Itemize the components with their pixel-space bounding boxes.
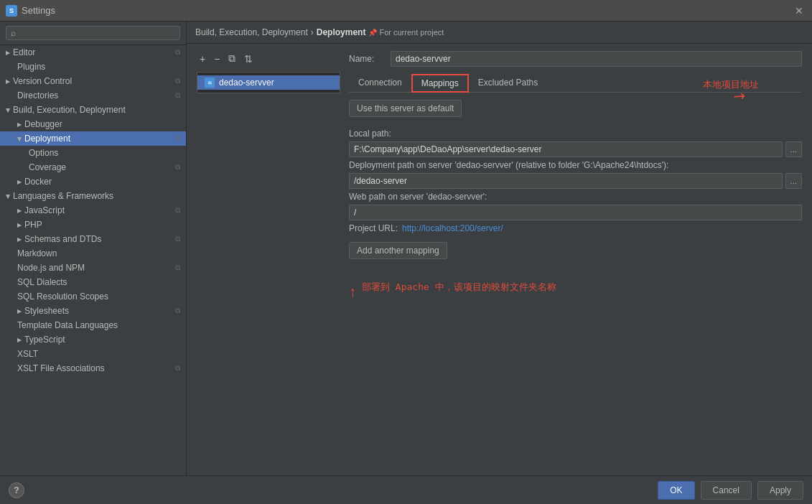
annotation-arrow-2: ↑ [349,284,356,300]
remove-server-button[interactable]: − [211,51,223,66]
deployment-main: + − ⧉ ⇅ ≋ dedao-servver [197,51,802,300]
sidebar-item-coverage[interactable]: Coverage ⧉ [0,160,186,174]
project-url-row: Project URL: http://localhost:200/server… [349,223,802,233]
triangle-icon: ▶ [5,194,11,198]
breadcrumb: Build, Execution, Deployment › Deploymen… [187,22,812,44]
triangle-icon: ▶ [17,308,22,314]
triangle-icon: ▶ [17,236,22,243]
copy-icon: ⧉ [175,263,180,272]
bottom-bar: ? OK Cancel Apply [0,475,812,504]
right-pane: Name: Connection Mappings Excluded Paths… [340,51,802,300]
copy-icon: ⧉ [175,134,180,143]
server-icon: ≋ [205,78,215,88]
sidebar-item-php[interactable]: ▶ PHP [0,218,186,232]
triangle-icon: ▶ [17,207,22,214]
bottom-left: ? [9,482,24,498]
name-label: Name: [349,54,385,64]
copy-icon: ⧉ [175,91,180,100]
tab-mappings[interactable]: Mappings [411,74,469,93]
app-icon: S [6,5,17,17]
sidebar-item-languages-frameworks[interactable]: ▶ Languages & Frameworks [0,189,186,203]
project-url-link[interactable]: http://localhost:200/server/ [402,223,503,233]
content-area: Build, Execution, Deployment › Deploymen… [187,22,812,475]
pin-icon: 📌 [368,29,377,37]
sidebar: ▶ Editor ⧉ Plugins ▶ Version Control ⧉ D… [0,22,187,475]
triangle-icon: ▶ [17,337,22,343]
local-path-label: Local path: [349,129,802,139]
sidebar-item-build-exec-deploy[interactable]: ▶ Build, Execution, Deployment [0,103,186,117]
sidebar-item-template-data-languages[interactable]: Template Data Languages [0,318,186,332]
tabs-row: Connection Mappings Excluded Paths [349,74,802,93]
title-bar: S Settings ✕ [0,0,812,22]
project-url-label: Project URL: [349,223,398,233]
copy-icon: ⧉ [175,235,180,243]
search-input[interactable] [6,26,180,40]
web-path-input[interactable] [349,205,802,220]
sidebar-item-nodejs-npm[interactable]: Node.js and NPM ⧉ [0,261,186,275]
sidebar-item-typescript[interactable]: ▶ TypeScript [0,332,186,347]
sidebar-item-editor[interactable]: ▶ Editor ⧉ [0,45,186,60]
sidebar-item-xslt-file-assoc[interactable]: XSLT File Associations ⧉ [0,361,186,375]
name-input[interactable] [391,51,802,67]
bottom-right: OK Cancel Apply [658,481,803,500]
local-path-browse-button[interactable]: ... [785,141,802,157]
triangle-icon: ▶ [17,222,22,228]
left-pane: + − ⧉ ⇅ ≋ dedao-servver [197,51,340,300]
sidebar-item-docker[interactable]: ▶ Docker [0,174,186,189]
triangle-icon: ▶ [17,179,22,185]
add-server-button[interactable]: + [197,51,208,66]
add-mapping-button[interactable]: Add another mapping [349,242,447,259]
search-bar [0,22,186,45]
deployment-path-label: Deployment path on server 'dedao-servver… [349,160,802,170]
sidebar-item-sql-resolution-scopes[interactable]: SQL Resolution Scopes [0,289,186,304]
triangle-icon: ▶ [6,78,10,85]
sidebar-item-stylesheets[interactable]: ▶ Stylesheets ⧉ [0,304,186,318]
window-title: Settings [22,5,55,16]
ok-button[interactable]: OK [658,481,694,500]
tab-excluded-paths[interactable]: Excluded Paths [469,74,547,93]
server-item[interactable]: ≋ dedao-servver [197,75,340,90]
copy-icon: ⧉ [175,48,180,57]
sidebar-item-sql-dialects[interactable]: SQL Dialects [0,275,186,289]
sidebar-item-options[interactable]: Options [0,146,186,160]
deployment-path-browse-button[interactable]: ... [785,173,802,189]
name-field-row: Name: [349,51,802,67]
triangle-icon: ▶ [5,108,11,112]
triangle-icon: ▶ [6,50,10,56]
copy-icon: ⧉ [175,307,180,315]
cancel-button[interactable]: Cancel [701,481,752,500]
project-label: 📌 For current project [368,28,444,37]
local-path-row: ... [349,141,802,157]
local-path-input[interactable] [349,141,783,157]
web-path-row [349,205,802,220]
sidebar-item-xslt[interactable]: XSLT [0,347,186,361]
copy-icon: ⧉ [175,163,180,172]
help-button[interactable]: ? [9,482,24,498]
sidebar-item-plugins[interactable]: Plugins [0,60,186,74]
sidebar-item-schemas-dtds[interactable]: ▶ Schemas and DTDs ⧉ [0,232,186,246]
copy-icon: ⧉ [175,364,180,373]
close-button[interactable]: ✕ [792,4,806,18]
copy-server-button[interactable]: ⧉ [225,51,238,66]
sidebar-item-directories[interactable]: Directories ⧉ [0,88,186,103]
sidebar-item-version-control[interactable]: ▶ Version Control ⧉ [0,74,186,88]
tab-connection[interactable]: Connection [349,74,411,93]
sidebar-item-debugger[interactable]: ▶ Debugger [0,117,186,131]
server-list: ≋ dedao-servver [197,72,340,93]
main-layout: ▶ Editor ⧉ Plugins ▶ Version Control ⧉ D… [0,22,812,475]
sidebar-item-markdown[interactable]: Markdown [0,246,186,261]
default-server-button[interactable]: Use this server as default [349,100,462,117]
copy-icon: ⧉ [175,77,180,85]
sidebar-item-javascript[interactable]: ▶ JavaScript ⧉ [0,203,186,218]
annotation-deployment-text: 部署到 Apache 中，该项目的映射文件夹名称 [362,281,556,294]
annotation-deployment: ↑ 部署到 Apache 中，该项目的映射文件夹名称 [349,281,802,300]
deployment-path-input[interactable] [349,173,783,189]
deployment-path-row: ... [349,173,802,189]
triangle-icon: ▶ [17,136,23,141]
web-path-label: Web path on server 'dedao-servver': [349,192,802,202]
sidebar-item-deployment[interactable]: ▶ Deployment ⧉ [0,131,186,146]
move-server-button[interactable]: ⇅ [241,51,256,66]
deployment-content: + − ⧉ ⇅ ≋ dedao-servver [187,44,812,475]
apply-button[interactable]: Apply [757,481,803,500]
deployment-toolbar: + − ⧉ ⇅ [197,51,340,66]
